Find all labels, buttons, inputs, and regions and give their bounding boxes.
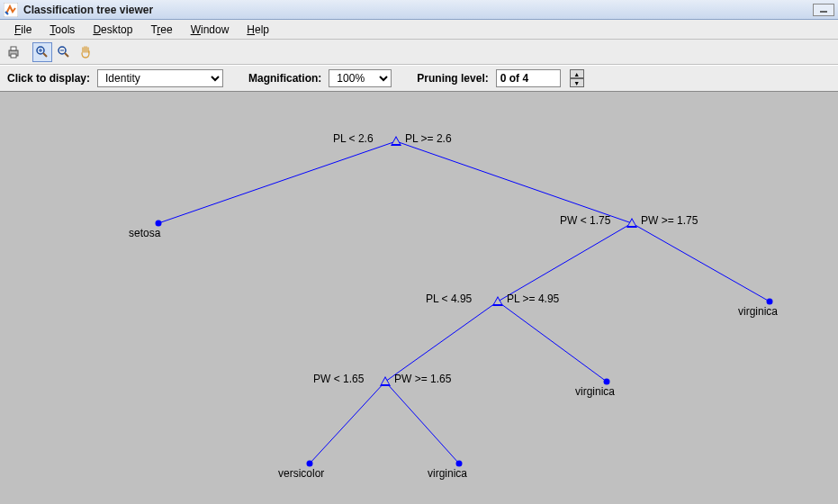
title-bar: Classification tree viewer <box>0 0 838 20</box>
svg-line-19 <box>385 382 459 464</box>
menu-bar: File Tools Desktop Tree Window Help <box>0 20 838 40</box>
zoom-in-button[interactable] <box>32 42 52 62</box>
tree-edges <box>0 92 838 504</box>
click-to-display-select[interactable]: Identity <box>97 69 223 87</box>
leaf-versicolor-label: versicolor <box>278 467 324 480</box>
split-node-pw165[interactable] <box>380 376 391 386</box>
pw165-rule-left: PW < 1.65 <box>313 373 364 385</box>
matlab-icon <box>4 3 18 17</box>
minimize-button[interactable] <box>813 4 834 16</box>
pl495-rule-left: PL < 4.95 <box>426 292 472 305</box>
magnification-select[interactable]: 100% <box>329 69 392 87</box>
leaf-virginica-right[interactable] <box>767 299 773 305</box>
menu-tree[interactable]: Tree <box>141 22 181 38</box>
leaf-versicolor[interactable] <box>307 461 313 467</box>
svg-line-13 <box>396 141 632 223</box>
window-title: Classification tree viewer <box>23 4 153 16</box>
menu-desktop[interactable]: Desktop <box>84 22 141 38</box>
pw165-rule-right: PW >= 1.65 <box>394 373 451 385</box>
svg-line-12 <box>158 141 396 223</box>
svg-line-17 <box>498 302 607 382</box>
pruning-spinner: ▲ ▼ <box>570 69 584 87</box>
pw175-rule-right: PW >= 1.75 <box>641 214 698 227</box>
svg-line-15 <box>632 223 770 302</box>
split-node-pl495[interactable] <box>492 296 503 306</box>
leaf-setosa[interactable] <box>156 220 162 227</box>
pan-button[interactable] <box>76 42 95 62</box>
menu-tools[interactable]: Tools <box>41 22 84 38</box>
svg-line-18 <box>310 382 385 464</box>
options-bar: Click to display: Identity Magnification… <box>0 65 838 92</box>
zoom-out-button[interactable] <box>54 42 74 62</box>
root-rule-right: PL >= 2.6 <box>405 132 452 145</box>
svg-line-10 <box>65 53 68 57</box>
menu-help[interactable]: Help <box>238 22 278 38</box>
pruning-level-field <box>496 69 561 87</box>
root-rule-left: PL < 2.6 <box>333 132 374 145</box>
pl495-rule-right: PL >= 4.95 <box>507 292 559 305</box>
pw175-rule-left: PW < 1.75 <box>560 214 610 227</box>
tree-canvas[interactable]: PL < 2.6 PL >= 2.6 setosa PW < 1.75 PW >… <box>0 92 838 504</box>
leaf-virginica-right-label: virginica <box>738 305 778 318</box>
menu-file[interactable]: File <box>5 22 41 38</box>
split-node-pw175[interactable] <box>626 218 637 228</box>
leaf-virginica-mid-label: virginica <box>575 385 615 398</box>
toolbar <box>0 40 838 65</box>
pruning-up-button[interactable]: ▲ <box>570 69 584 78</box>
leaf-virginica-bottom[interactable] <box>456 461 463 467</box>
leaf-virginica-mid[interactable] <box>604 379 610 385</box>
pruning-down-button[interactable]: ▼ <box>570 78 584 87</box>
svg-line-6 <box>43 53 47 57</box>
svg-rect-3 <box>11 47 16 50</box>
click-to-display-label: Click to display: <box>7 72 90 85</box>
menu-window[interactable]: Window <box>182 22 239 38</box>
print-button[interactable] <box>4 42 23 62</box>
svg-rect-4 <box>11 54 16 58</box>
svg-line-16 <box>385 302 498 382</box>
leaf-setosa-label: setosa <box>129 227 160 239</box>
svg-line-14 <box>498 223 632 302</box>
magnification-label: Magnification: <box>248 72 321 85</box>
split-node-root[interactable] <box>391 136 401 146</box>
leaf-virginica-bottom-label: virginica <box>428 467 467 480</box>
pruning-level-label: Pruning level: <box>417 72 488 85</box>
